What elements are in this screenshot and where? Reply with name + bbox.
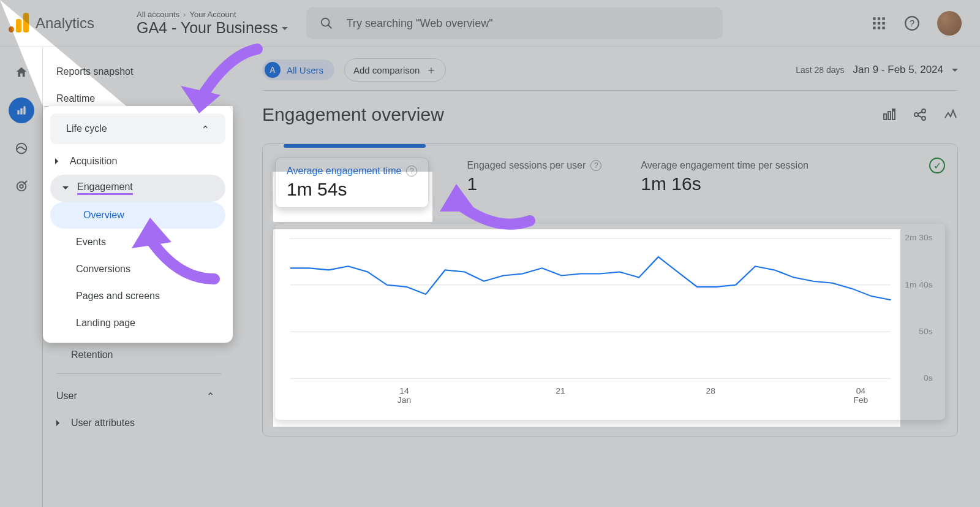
nav-engagement-conversions[interactable]: Conversions <box>43 256 233 283</box>
svg-point-23 <box>922 109 925 113</box>
property-title[interactable]: GA4 - Your Business <box>137 19 288 37</box>
svg-text:14: 14 <box>399 387 409 395</box>
app-header: Analytics All accounts › Your Account GA… <box>0 0 980 47</box>
help-icon[interactable]: ? <box>406 166 417 177</box>
chevron-right-icon: › <box>183 10 186 19</box>
caret-down-icon <box>282 27 288 33</box>
search-input[interactable]: Try searching "Web overview" <box>306 7 723 39</box>
customize-icon[interactable] <box>882 107 897 122</box>
svg-rect-15 <box>23 106 25 114</box>
svg-point-0 <box>321 18 329 26</box>
date-caption: Last 28 days <box>796 65 844 75</box>
svg-text:Jan: Jan <box>398 396 411 405</box>
segment-badge: A <box>265 62 281 78</box>
chevron-up-icon: ⌄ <box>202 123 209 135</box>
svg-text:0s: 0s <box>924 374 933 383</box>
section-user[interactable]: User ⌃ <box>56 383 233 410</box>
product-name: Analytics <box>36 15 94 32</box>
svg-rect-8 <box>873 26 875 29</box>
left-rail <box>0 47 43 507</box>
search-placeholder: Try searching "Web overview" <box>347 17 493 30</box>
life-cycle-popup: Life cycle ⌄ Acquisition Engagement Over… <box>43 106 233 343</box>
svg-text:21: 21 <box>556 387 565 395</box>
date-range-picker[interactable]: Last 28 days Jan 9 - Feb 5, 2024 <box>796 64 958 76</box>
nav-engagement-overview[interactable]: Overview <box>50 202 225 229</box>
status-ok-icon[interactable]: ✓ <box>929 158 945 173</box>
comparison-bar: A All Users Add comparison ＋ Last 28 day… <box>262 58 958 82</box>
svg-text:2m 30s: 2m 30s <box>905 234 933 242</box>
date-range: Jan 9 - Feb 5, 2024 <box>853 64 943 76</box>
section-life-cycle[interactable]: Life cycle ⌄ <box>50 113 225 144</box>
svg-text:Feb: Feb <box>853 396 868 405</box>
nav-retention[interactable]: Retention <box>56 341 233 368</box>
svg-text:28: 28 <box>706 387 715 395</box>
rail-home[interactable] <box>9 59 34 85</box>
svg-rect-13 <box>17 110 19 115</box>
metric-avg-engagement-per-session[interactable]: Average engagement time per session 1m 1… <box>639 158 810 197</box>
svg-rect-5 <box>873 22 875 25</box>
svg-rect-6 <box>878 22 880 25</box>
svg-line-1 <box>328 25 331 29</box>
svg-text:50s: 50s <box>919 327 933 336</box>
header-actions: ? <box>871 11 962 36</box>
svg-rect-10 <box>882 26 884 29</box>
search-icon <box>320 17 333 30</box>
svg-text:04: 04 <box>856 387 865 395</box>
insights-icon[interactable] <box>943 107 958 122</box>
svg-rect-20 <box>888 112 891 120</box>
svg-rect-2 <box>873 17 875 20</box>
svg-rect-9 <box>878 26 880 29</box>
account-selector[interactable]: All accounts › Your Account GA4 - Your B… <box>137 10 288 37</box>
rail-advertising[interactable] <box>9 173 34 199</box>
add-comparison-button[interactable]: Add comparison ＋ <box>344 58 446 82</box>
crumb-account[interactable]: Your Account <box>189 10 236 19</box>
nav-acquisition[interactable]: Acquisition <box>43 148 233 175</box>
svg-point-24 <box>922 116 925 120</box>
page-actions <box>882 107 958 122</box>
svg-rect-3 <box>878 17 880 20</box>
product-logo[interactable]: Analytics <box>9 13 134 34</box>
breadcrumb: All accounts › Your Account <box>137 10 288 19</box>
nav-engagement-events[interactable]: Events <box>43 229 233 256</box>
svg-point-18 <box>20 185 23 188</box>
chevron-up-icon: ⌃ <box>206 391 214 402</box>
active-tab-indicator <box>284 144 426 148</box>
plus-icon: ＋ <box>426 63 437 77</box>
rail-reports[interactable] <box>9 97 34 123</box>
svg-rect-7 <box>882 22 884 25</box>
crumb-all-accounts[interactable]: All accounts <box>137 10 179 19</box>
help-icon[interactable]: ? <box>590 160 601 171</box>
svg-line-25 <box>918 112 922 114</box>
nav-engagement[interactable]: Engagement <box>50 175 225 202</box>
svg-rect-14 <box>20 109 22 115</box>
share-icon[interactable] <box>913 107 927 122</box>
svg-rect-19 <box>884 114 886 120</box>
analytics-logo-icon <box>9 13 29 34</box>
svg-text:1m 40s: 1m 40s <box>905 280 933 289</box>
avatar[interactable] <box>937 11 962 36</box>
property-name: GA4 - Your Business <box>137 19 278 37</box>
svg-rect-4 <box>882 17 884 20</box>
chip-all-users[interactable]: A All Users <box>262 59 334 80</box>
svg-text:?: ? <box>910 18 914 28</box>
nav-engagement-landing[interactable]: Landing page <box>43 310 233 337</box>
engagement-card: Average engagement time? 1m 54s Engaged … <box>262 143 958 436</box>
nav-user-attributes[interactable]: User attributes <box>56 410 233 436</box>
metric-engaged-sessions-per-user[interactable]: Engaged sessions per user? 1 <box>466 158 603 197</box>
nav-reports-snapshot[interactable]: Reports snapshot <box>56 58 233 85</box>
page-title: Engagement overview <box>262 104 444 125</box>
nav-engagement-pages[interactable]: Pages and screens <box>43 283 233 310</box>
svg-line-26 <box>918 116 922 118</box>
metrics-row: Average engagement time? 1m 54s Engaged … <box>275 158 945 208</box>
help-icon[interactable]: ? <box>904 15 920 31</box>
svg-point-22 <box>914 113 918 116</box>
content-area: A All Users Add comparison ＋ Last 28 day… <box>233 47 980 507</box>
metric-avg-engagement-time[interactable]: Average engagement time? 1m 54s <box>275 158 429 208</box>
engagement-chart[interactable]: 0s50s1m 40s2m 30s14Jan212804Feb <box>275 224 945 420</box>
apps-grid-icon[interactable] <box>871 15 887 31</box>
caret-down-icon <box>952 69 958 75</box>
rail-explore[interactable] <box>9 135 34 161</box>
